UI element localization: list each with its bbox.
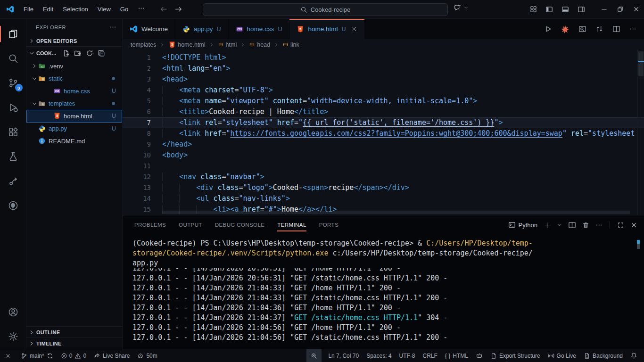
eol-status[interactable]: CRLF bbox=[419, 349, 441, 362]
maximize-panel-button[interactable] bbox=[617, 222, 624, 229]
project-root-row[interactable]: COOK... bbox=[26, 47, 122, 60]
activity-run-and-debug[interactable] bbox=[0, 95, 26, 120]
tree-item--venv[interactable]: .venv bbox=[26, 60, 122, 73]
menu-go[interactable]: Go bbox=[116, 3, 133, 16]
activity-testing[interactable] bbox=[0, 144, 26, 169]
menu-edit[interactable]: Edit bbox=[38, 3, 58, 16]
minimize-button[interactable] bbox=[596, 0, 612, 18]
toggle-sidebar-button[interactable] bbox=[541, 0, 557, 18]
toggle-secondary-sidebar-button[interactable] bbox=[573, 0, 589, 18]
activity-github[interactable] bbox=[0, 193, 26, 218]
panel-tab-output[interactable]: OUTPUT bbox=[179, 215, 202, 234]
refresh-explorer-button[interactable] bbox=[86, 49, 93, 57]
cursor-position-status[interactable]: Ln 7, Col 70 bbox=[324, 349, 363, 362]
activity-extensions[interactable] bbox=[0, 120, 26, 144]
tab-welcome[interactable]: Welcome bbox=[123, 19, 175, 39]
run-button[interactable] bbox=[544, 25, 552, 33]
activity-live-share[interactable] bbox=[0, 169, 26, 193]
back-arrow-icon[interactable] bbox=[160, 5, 168, 13]
customize-layout-button[interactable] bbox=[525, 0, 541, 18]
menu-more-button[interactable] bbox=[133, 5, 149, 14]
remote-indicator[interactable] bbox=[0, 349, 17, 362]
timeline-section[interactable]: TIMELINE bbox=[26, 337, 122, 349]
menu-file[interactable]: File bbox=[19, 3, 38, 16]
panel-more-actions-button[interactable] bbox=[595, 222, 603, 229]
line-number: 12 bbox=[123, 172, 151, 182]
outline-section[interactable]: OUTLINE bbox=[26, 326, 122, 337]
compare-changes-button[interactable] bbox=[595, 25, 603, 33]
terminal-scrollbar-slider[interactable] bbox=[637, 244, 640, 249]
breadcrumb-label: home.html bbox=[178, 41, 205, 48]
breadcrumb-home.html[interactable]: 5home.html bbox=[168, 41, 205, 49]
problems-indicator[interactable]: 0 0 bbox=[57, 349, 90, 362]
editor-horizontal-scrollbar[interactable] bbox=[162, 211, 630, 214]
branch-indicator[interactable]: main* bbox=[17, 349, 57, 362]
breadcrumb-link[interactable]: link bbox=[282, 41, 299, 48]
toggle-panel-button[interactable] bbox=[557, 0, 573, 18]
modified-dot bbox=[112, 102, 115, 105]
split-editor-button[interactable] bbox=[612, 25, 620, 33]
tree-item-app-py[interactable]: app.pyU bbox=[26, 123, 122, 135]
tree-item-home-html[interactable]: 5home.htmlU bbox=[26, 110, 122, 123]
file-name: app.py bbox=[49, 125, 67, 132]
close-button[interactable] bbox=[628, 0, 644, 18]
live-preview-sparkle-button[interactable] bbox=[561, 25, 570, 33]
copilot-menu[interactable] bbox=[454, 4, 469, 12]
menu-view[interactable]: View bbox=[93, 3, 116, 16]
tab-home-css[interactable]: CSShome.cssU bbox=[229, 19, 290, 39]
activity-explorer[interactable] bbox=[0, 22, 26, 46]
new-file-button[interactable] bbox=[62, 49, 70, 57]
forward-arrow-icon[interactable] bbox=[174, 5, 182, 13]
explorer-more-button[interactable] bbox=[109, 24, 116, 31]
panel-tab-ports[interactable]: PORTS bbox=[319, 215, 339, 234]
folder-venv-icon bbox=[38, 62, 46, 70]
timer-status[interactable]: 50m bbox=[133, 349, 161, 362]
panel-tab-terminal[interactable]: TERMINAL bbox=[277, 215, 306, 234]
split-terminal-button[interactable] bbox=[568, 221, 576, 229]
breadcrumb-html[interactable]: html bbox=[218, 41, 237, 48]
activity-source-control[interactable]: 3 bbox=[0, 71, 26, 95]
background-status[interactable]: Background bbox=[580, 349, 627, 362]
export-structure-status[interactable]: Export Structure bbox=[487, 349, 544, 362]
tree-item-home-css[interactable]: CSShome.cssU bbox=[26, 85, 122, 98]
encoding-status[interactable]: UTF-8 bbox=[396, 349, 419, 362]
panel-tab-debug-console[interactable]: DEBUG CONSOLE bbox=[215, 215, 265, 234]
language-mode-status[interactable]: { } HTML bbox=[441, 349, 472, 362]
breadcrumb-head[interactable]: head bbox=[249, 41, 270, 48]
open-editors-section[interactable]: OPEN EDITORS bbox=[26, 35, 122, 47]
live-share-status[interactable]: Live Share bbox=[90, 349, 133, 362]
tree-item-static[interactable]: static bbox=[26, 73, 122, 85]
tab-close-icon[interactable] bbox=[351, 26, 357, 32]
tab-home-html[interactable]: 5home.htmlU bbox=[289, 19, 365, 39]
terminal-output[interactable]: (Cooked-recipe) PS C:\Users\HP\Desktop\t… bbox=[123, 234, 644, 349]
code-editor[interactable]: 1<!DOCTYPE html>2<html lang="en">3<head>… bbox=[123, 50, 644, 215]
breadcrumb-templates[interactable]: templates bbox=[131, 41, 156, 48]
open-preview-button[interactable] bbox=[578, 25, 586, 33]
editor-scrollbar[interactable] bbox=[637, 50, 644, 215]
new-terminal-button[interactable] bbox=[544, 222, 551, 229]
notifications-button[interactable] bbox=[627, 349, 641, 362]
go-live-status[interactable]: Go Live bbox=[544, 349, 580, 362]
collapse-folders-button[interactable] bbox=[98, 49, 105, 57]
indentation-status[interactable]: Spaces: 4 bbox=[363, 349, 395, 362]
activity-accounts[interactable] bbox=[0, 300, 26, 324]
command-center-search[interactable]: Cooked-recipe bbox=[203, 3, 448, 16]
close-panel-button[interactable] bbox=[630, 222, 637, 229]
terminal-shell-label[interactable]: Python bbox=[508, 221, 537, 229]
tree-item-README-md[interactable]: README.md bbox=[26, 135, 122, 148]
tree-item-templates[interactable]: templates bbox=[26, 98, 122, 110]
tab-app-py[interactable]: app.pyU bbox=[175, 19, 229, 39]
activity-search[interactable] bbox=[0, 46, 26, 71]
editor-more-actions-button[interactable] bbox=[629, 25, 636, 33]
zoom-status-button[interactable] bbox=[306, 349, 322, 362]
menu-selection[interactable]: Selection bbox=[58, 3, 92, 16]
terminal-dropdown-button[interactable] bbox=[557, 222, 562, 228]
restore-button[interactable] bbox=[612, 0, 628, 18]
activity-settings[interactable] bbox=[0, 324, 26, 349]
copilot-status[interactable] bbox=[472, 349, 487, 362]
panel-tab-problems[interactable]: PROBLEMS bbox=[134, 215, 166, 234]
kill-terminal-button[interactable] bbox=[582, 222, 589, 229]
tab-label: app.py bbox=[194, 25, 213, 33]
html-icon: 5 bbox=[53, 112, 61, 120]
new-folder-button[interactable] bbox=[74, 49, 82, 57]
